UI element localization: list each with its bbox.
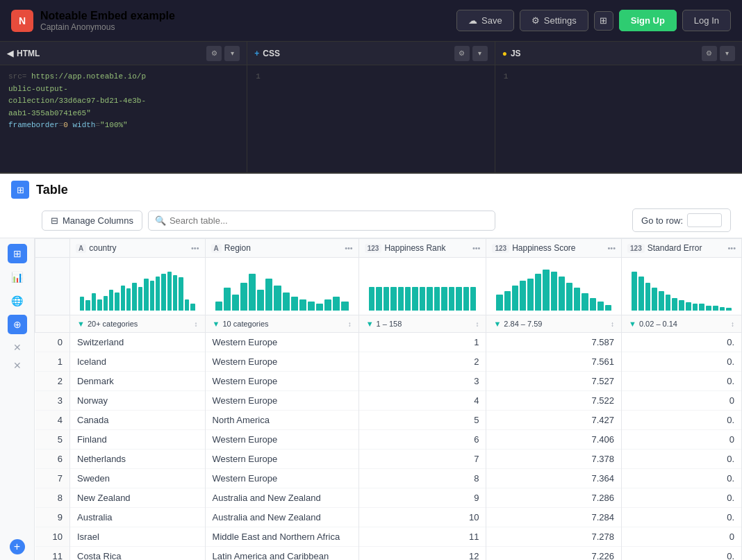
add-button[interactable]: + xyxy=(10,539,25,554)
js-settings-btn[interactable]: ⚙ xyxy=(702,46,717,61)
error-cell: 0. xyxy=(622,333,742,352)
row-index: 10 xyxy=(35,527,70,547)
bar xyxy=(109,290,113,311)
js-dropdown-btn[interactable]: ▾ xyxy=(720,46,735,61)
main-area: ⊞ Table ⊟ Manage Columns 🔍 Go to row: ⊞ … xyxy=(0,174,742,560)
rank-chart xyxy=(366,262,479,311)
bar xyxy=(679,300,684,311)
score-filter-cell[interactable]: ▼ 2.84 – 7.59 ↕ xyxy=(486,315,622,333)
bar xyxy=(441,287,447,311)
region-cell: Western Europe xyxy=(205,372,358,391)
bar xyxy=(156,277,160,311)
bar xyxy=(316,304,323,311)
table-body: 0 Switzerland Western Europe 1 7.587 0. … xyxy=(35,333,742,561)
bar xyxy=(185,299,189,311)
bar xyxy=(590,298,596,311)
error-col-menu[interactable]: ••• xyxy=(727,244,736,252)
js-panel: ● JS ⚙ ▾ 1 xyxy=(495,42,742,172)
grid-button[interactable]: ⊞ xyxy=(594,11,613,31)
country-cell: New Zealand xyxy=(70,488,206,508)
sidebar-special-icon[interactable]: ⊕ xyxy=(8,315,27,334)
settings-button[interactable]: ⚙ Settings xyxy=(520,10,588,31)
rank-filter-cell[interactable]: ▼ 1 – 158 ↕ xyxy=(358,315,486,333)
html-settings-btn[interactable]: ⚙ xyxy=(206,46,222,61)
bar xyxy=(398,287,404,311)
bar xyxy=(232,295,239,311)
html-header-right: ⚙ ▾ xyxy=(206,46,240,61)
score-cell: 7.284 xyxy=(486,508,622,527)
bar xyxy=(390,287,396,311)
goto-row-input[interactable] xyxy=(687,213,722,227)
country-header: A country ••• xyxy=(70,239,206,258)
score-cell: 7.226 xyxy=(486,547,622,561)
region-filter-cell[interactable]: ▼ 10 categories ↕ xyxy=(205,315,358,333)
bar xyxy=(693,304,698,311)
css-settings-btn[interactable]: ⚙ xyxy=(454,46,470,61)
table-toolbar: ⊟ Manage Columns 🔍 Go to row: xyxy=(0,203,742,238)
html-label: HTML xyxy=(17,49,40,58)
score-cell: 7.587 xyxy=(486,333,622,352)
error-cell: 0. xyxy=(622,547,742,561)
table-row: 9 Australia Australia and New Zealand 10… xyxy=(35,508,742,527)
search-input[interactable] xyxy=(148,211,495,231)
bar xyxy=(638,277,644,311)
score-header: 123 Happiness Score ••• xyxy=(486,239,622,258)
error-cell: 0. xyxy=(622,508,742,527)
bar xyxy=(215,302,222,311)
sort-icon[interactable]: ↕ xyxy=(611,320,614,328)
rank-filter-text: 1 – 158 xyxy=(377,320,402,328)
sort-icon[interactable]: ↕ xyxy=(348,320,352,328)
html-dropdown-btn[interactable]: ▾ xyxy=(224,46,240,61)
save-button[interactable]: ☁ Save xyxy=(456,10,514,31)
sidebar-globe-icon[interactable]: 🌐 xyxy=(8,291,27,311)
country-chart xyxy=(77,262,198,311)
region-chart-cell xyxy=(205,258,358,315)
bar xyxy=(299,299,306,311)
region-filter-text: 10 categories xyxy=(222,320,268,328)
row-index: 0 xyxy=(35,333,70,352)
sidebar-table-icon[interactable]: ⊞ xyxy=(8,244,27,263)
bar xyxy=(699,304,704,311)
css-header-right: ⚙ ▾ xyxy=(454,46,488,61)
score-col-menu[interactable]: ••• xyxy=(607,244,616,252)
error-cell: 0 xyxy=(622,430,742,450)
grid-icon: ⊞ xyxy=(600,15,607,26)
sort-icon[interactable]: ↕ xyxy=(731,320,734,328)
sort-icon[interactable]: ↕ xyxy=(195,320,198,328)
sort-icon[interactable]: ↕ xyxy=(475,320,479,328)
rank-col-menu[interactable]: ••• xyxy=(472,244,481,252)
bar xyxy=(138,287,142,311)
bar xyxy=(240,283,247,311)
bar xyxy=(543,270,549,311)
html-lang-badge: ◀ HTML xyxy=(7,49,40,58)
score-cell: 7.364 xyxy=(486,469,622,488)
css-lang-badge: + CSS xyxy=(254,49,280,58)
manage-columns-button[interactable]: ⊟ Manage Columns xyxy=(42,211,142,231)
top-navigation: N Noteable Embed example Captain Anonymo… xyxy=(0,0,742,42)
score-col-name: Happiness Score xyxy=(512,243,604,253)
country-cell: Costa Rica xyxy=(70,547,206,561)
region-cell: Western Europe xyxy=(205,469,358,488)
country-cell: Israel xyxy=(70,527,206,547)
country-filter-cell[interactable]: ▼ 20+ categories ↕ xyxy=(70,315,206,333)
sidebar-chart-icon[interactable]: 📊 xyxy=(8,267,27,287)
error-filter-cell[interactable]: ▼ 0.02 – 0.14 ↕ xyxy=(622,315,742,333)
country-cell: Finland xyxy=(70,430,206,450)
collapse-icon2[interactable]: ✕ xyxy=(13,359,22,372)
signup-button[interactable]: Sign Up xyxy=(619,10,677,31)
bar xyxy=(92,293,96,311)
error-filter-text: 0.02 – 0.14 xyxy=(639,320,677,328)
error-cell: 0 xyxy=(622,527,742,547)
country-col-menu[interactable]: ••• xyxy=(191,244,199,252)
css-label: CSS xyxy=(263,49,280,58)
bar xyxy=(190,304,195,311)
collapse-icon[interactable]: ✕ xyxy=(13,341,22,354)
rank-col-name: Happiness Rank xyxy=(384,243,470,253)
bar xyxy=(686,302,691,311)
score-cell: 7.286 xyxy=(486,488,622,508)
region-col-menu[interactable]: ••• xyxy=(345,244,353,252)
region-cell: Western Europe xyxy=(205,352,358,372)
table-row: 8 New Zealand Australia and New Zealand … xyxy=(35,488,742,508)
login-button[interactable]: Log In xyxy=(682,10,731,31)
css-dropdown-btn[interactable]: ▾ xyxy=(472,46,488,61)
